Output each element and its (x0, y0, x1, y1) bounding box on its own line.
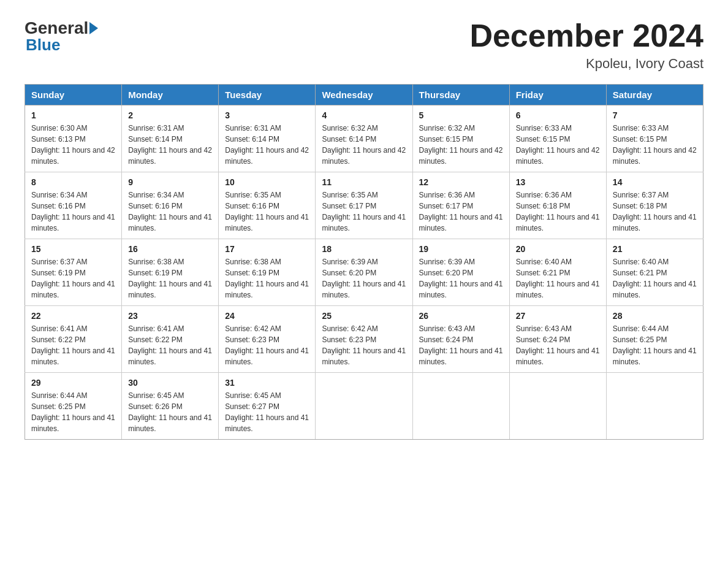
week-row-5: 29 Sunrise: 6:44 AMSunset: 6:25 PMDaylig… (25, 373, 703, 440)
day-info: Sunrise: 6:31 AMSunset: 6:14 PMDaylight:… (128, 124, 212, 166)
day-info: Sunrise: 6:37 AMSunset: 6:19 PMDaylight:… (31, 258, 115, 299)
calendar-cell: 28 Sunrise: 6:44 AMSunset: 6:25 PMDaylig… (606, 306, 703, 373)
day-number: 21 (613, 244, 697, 254)
day-info: Sunrise: 6:30 AMSunset: 6:13 PMDaylight:… (31, 124, 115, 166)
day-info: Sunrise: 6:44 AMSunset: 6:25 PMDaylight:… (613, 324, 697, 366)
calendar-body: 1 Sunrise: 6:30 AMSunset: 6:13 PMDayligh… (25, 105, 703, 440)
day-info: Sunrise: 6:44 AMSunset: 6:25 PMDaylight:… (31, 391, 115, 433)
day-number: 25 (322, 311, 406, 321)
day-number: 4 (322, 110, 406, 120)
day-number: 24 (225, 311, 309, 321)
calendar-cell: 19 Sunrise: 6:39 AMSunset: 6:20 PMDaylig… (412, 239, 509, 306)
day-info: Sunrise: 6:45 AMSunset: 6:26 PMDaylight:… (128, 391, 212, 433)
calendar-cell (316, 373, 412, 440)
day-info: Sunrise: 6:37 AMSunset: 6:18 PMDaylight:… (613, 191, 697, 232)
day-number: 26 (419, 311, 503, 321)
day-info: Sunrise: 6:33 AMSunset: 6:15 PMDaylight:… (516, 124, 600, 166)
calendar-cell: 12 Sunrise: 6:36 AMSunset: 6:17 PMDaylig… (412, 172, 509, 239)
logo-arrow-icon (89, 22, 98, 34)
calendar-cell: 10 Sunrise: 6:35 AMSunset: 6:16 PMDaylig… (219, 172, 316, 239)
calendar-cell: 13 Sunrise: 6:36 AMSunset: 6:18 PMDaylig… (509, 172, 606, 239)
day-number: 12 (419, 177, 503, 187)
day-number: 11 (322, 177, 406, 187)
day-info: Sunrise: 6:38 AMSunset: 6:19 PMDaylight:… (128, 258, 212, 299)
calendar-cell: 16 Sunrise: 6:38 AMSunset: 6:19 PMDaylig… (122, 239, 219, 306)
day-info: Sunrise: 6:45 AMSunset: 6:27 PMDaylight:… (225, 391, 309, 433)
day-info: Sunrise: 6:40 AMSunset: 6:21 PMDaylight:… (613, 258, 697, 299)
week-row-3: 15 Sunrise: 6:37 AMSunset: 6:19 PMDaylig… (25, 239, 703, 306)
header-saturday: Saturday (606, 85, 703, 105)
logo-blue-text: Blue (26, 36, 60, 55)
calendar-title: December 2024 (469, 18, 703, 53)
day-number: 16 (128, 244, 212, 254)
calendar-cell: 29 Sunrise: 6:44 AMSunset: 6:25 PMDaylig… (25, 373, 122, 440)
calendar-cell: 9 Sunrise: 6:34 AMSunset: 6:16 PMDayligh… (122, 172, 219, 239)
day-info: Sunrise: 6:32 AMSunset: 6:15 PMDaylight:… (419, 124, 503, 166)
calendar-subtitle: Kpoleu, Ivory Coast (469, 56, 703, 72)
calendar-cell: 30 Sunrise: 6:45 AMSunset: 6:26 PMDaylig… (122, 373, 219, 440)
day-info: Sunrise: 6:34 AMSunset: 6:16 PMDaylight:… (31, 191, 115, 232)
calendar-cell: 8 Sunrise: 6:34 AMSunset: 6:16 PMDayligh… (25, 172, 122, 239)
week-row-2: 8 Sunrise: 6:34 AMSunset: 6:16 PMDayligh… (25, 172, 703, 239)
day-number: 19 (419, 244, 503, 254)
calendar-cell (509, 373, 606, 440)
header-wednesday: Wednesday (316, 85, 412, 105)
day-info: Sunrise: 6:43 AMSunset: 6:24 PMDaylight:… (419, 324, 503, 366)
calendar-cell: 11 Sunrise: 6:35 AMSunset: 6:17 PMDaylig… (316, 172, 412, 239)
header-monday: Monday (122, 85, 219, 105)
calendar-cell: 1 Sunrise: 6:30 AMSunset: 6:13 PMDayligh… (25, 105, 122, 172)
day-number: 15 (31, 244, 115, 254)
day-info: Sunrise: 6:38 AMSunset: 6:19 PMDaylight:… (225, 258, 309, 299)
calendar-cell: 4 Sunrise: 6:32 AMSunset: 6:14 PMDayligh… (316, 105, 412, 172)
day-number: 2 (128, 110, 212, 120)
calendar-cell: 22 Sunrise: 6:41 AMSunset: 6:22 PMDaylig… (25, 306, 122, 373)
day-info: Sunrise: 6:35 AMSunset: 6:17 PMDaylight:… (322, 191, 406, 232)
calendar-cell (412, 373, 509, 440)
day-info: Sunrise: 6:36 AMSunset: 6:18 PMDaylight:… (516, 191, 600, 232)
page-header: General Blue December 2024 Kpoleu, Ivory… (25, 18, 703, 72)
week-row-1: 1 Sunrise: 6:30 AMSunset: 6:13 PMDayligh… (25, 105, 703, 172)
day-info: Sunrise: 6:35 AMSunset: 6:16 PMDaylight:… (225, 191, 309, 232)
calendar-cell (606, 373, 703, 440)
day-number: 28 (613, 311, 697, 321)
header-tuesday: Tuesday (219, 85, 316, 105)
day-info: Sunrise: 6:39 AMSunset: 6:20 PMDaylight:… (419, 258, 503, 299)
day-info: Sunrise: 6:42 AMSunset: 6:23 PMDaylight:… (225, 324, 309, 366)
calendar-cell: 21 Sunrise: 6:40 AMSunset: 6:21 PMDaylig… (606, 239, 703, 306)
calendar-header: SundayMondayTuesdayWednesdayThursdayFrid… (25, 85, 703, 105)
day-number: 27 (516, 311, 600, 321)
calendar-cell: 3 Sunrise: 6:31 AMSunset: 6:14 PMDayligh… (219, 105, 316, 172)
day-number: 22 (31, 311, 115, 321)
calendar-cell: 15 Sunrise: 6:37 AMSunset: 6:19 PMDaylig… (25, 239, 122, 306)
day-info: Sunrise: 6:31 AMSunset: 6:14 PMDaylight:… (225, 124, 309, 166)
day-number: 17 (225, 244, 309, 254)
header-sunday: Sunday (25, 85, 122, 105)
day-info: Sunrise: 6:41 AMSunset: 6:22 PMDaylight:… (31, 324, 115, 366)
day-info: Sunrise: 6:34 AMSunset: 6:16 PMDaylight:… (128, 191, 212, 232)
calendar-cell: 25 Sunrise: 6:42 AMSunset: 6:23 PMDaylig… (316, 306, 412, 373)
day-info: Sunrise: 6:40 AMSunset: 6:21 PMDaylight:… (516, 258, 600, 299)
day-number: 13 (516, 177, 600, 187)
calendar-header-row: SundayMondayTuesdayWednesdayThursdayFrid… (25, 85, 703, 105)
day-info: Sunrise: 6:33 AMSunset: 6:15 PMDaylight:… (613, 124, 697, 166)
week-row-4: 22 Sunrise: 6:41 AMSunset: 6:22 PMDaylig… (25, 306, 703, 373)
day-number: 8 (31, 177, 115, 187)
day-number: 9 (128, 177, 212, 187)
day-info: Sunrise: 6:43 AMSunset: 6:24 PMDaylight:… (516, 324, 600, 366)
calendar-table: SundayMondayTuesdayWednesdayThursdayFrid… (25, 84, 703, 440)
calendar-cell: 2 Sunrise: 6:31 AMSunset: 6:14 PMDayligh… (122, 105, 219, 172)
calendar-cell: 7 Sunrise: 6:33 AMSunset: 6:15 PMDayligh… (606, 105, 703, 172)
header-friday: Friday (509, 85, 606, 105)
day-info: Sunrise: 6:32 AMSunset: 6:14 PMDaylight:… (322, 124, 406, 166)
day-info: Sunrise: 6:42 AMSunset: 6:23 PMDaylight:… (322, 324, 406, 366)
calendar-cell: 20 Sunrise: 6:40 AMSunset: 6:21 PMDaylig… (509, 239, 606, 306)
day-number: 7 (613, 110, 697, 120)
day-number: 5 (419, 110, 503, 120)
day-number: 31 (225, 378, 309, 388)
day-number: 1 (31, 110, 115, 120)
calendar-cell: 24 Sunrise: 6:42 AMSunset: 6:23 PMDaylig… (219, 306, 316, 373)
day-info: Sunrise: 6:41 AMSunset: 6:22 PMDaylight:… (128, 324, 212, 366)
title-block: December 2024 Kpoleu, Ivory Coast (469, 18, 703, 72)
day-number: 3 (225, 110, 309, 120)
calendar-cell: 23 Sunrise: 6:41 AMSunset: 6:22 PMDaylig… (122, 306, 219, 373)
